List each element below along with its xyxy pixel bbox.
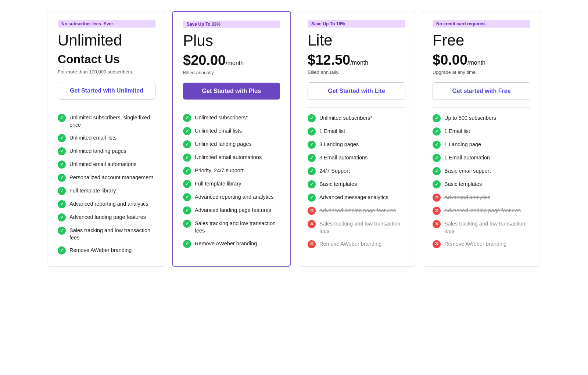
feature-text-free-6: Advanced analytics <box>444 194 490 201</box>
x-icon: ✕ <box>308 240 316 248</box>
feature-text-unlimited-2: Unlimited landing pages <box>69 147 126 155</box>
check-icon: ✓ <box>58 114 66 122</box>
feature-item-free-8: ✕Sales tracking and low transaction fees <box>433 220 530 235</box>
plan-name-lite: Lite <box>308 32 405 49</box>
check-icon: ✓ <box>433 167 441 175</box>
feature-text-lite-6: Advanced message analytics <box>319 194 388 201</box>
feature-item-lite-2: ✓3 Landing pages <box>308 141 405 149</box>
feature-item-plus-7: ✓Advanced landing page features <box>183 206 280 214</box>
feature-item-free-4: ✓Basic email support <box>433 167 530 175</box>
plan-card-unlimited: No subscriber fees. Ever.UnlimitedContac… <box>47 11 166 267</box>
x-icon: ✕ <box>433 194 441 202</box>
check-icon: ✓ <box>58 227 66 235</box>
feature-text-lite-4: 24/7 Support <box>319 167 350 174</box>
x-icon: ✕ <box>308 220 316 228</box>
plan-name-plus: Plus <box>183 32 280 49</box>
feature-item-plus-3: ✓Unlimited email automations <box>183 154 280 162</box>
feature-item-free-5: ✓Basic templates <box>433 180 530 188</box>
feature-text-plus-0: Unlimited subscribers* <box>195 114 248 121</box>
check-icon: ✓ <box>58 213 66 221</box>
feature-item-plus-2: ✓Unlimited landing pages <box>183 140 280 148</box>
feature-item-plus-9: ✓Remove AWeber branding <box>183 240 280 248</box>
feature-text-lite-7: Advanced landing page features <box>319 207 396 214</box>
check-icon: ✓ <box>433 114 441 122</box>
check-icon: ✓ <box>308 180 316 188</box>
plan-card-lite: Save Up To 16%Lite$12.50/monthBilled ann… <box>297 11 416 267</box>
check-icon: ✓ <box>308 114 316 122</box>
feature-item-unlimited-5: ✓Full template library <box>58 187 155 195</box>
check-icon: ✓ <box>183 220 191 228</box>
feature-item-unlimited-3: ✓Unlimited email automations <box>58 161 155 169</box>
feature-item-lite-5: ✓Basic templates <box>308 180 405 188</box>
x-icon: ✕ <box>433 207 441 215</box>
feature-item-lite-8: ✕Sales tracking and low transaction fees <box>308 220 405 235</box>
check-icon: ✓ <box>433 127 441 136</box>
plan-price-free: $0.00/month <box>433 53 530 68</box>
feature-text-free-4: Basic email support <box>444 167 491 174</box>
feature-item-unlimited-2: ✓Unlimited landing pages <box>58 147 155 155</box>
check-icon: ✓ <box>183 154 191 162</box>
cta-button-free[interactable]: Get started with Free <box>433 82 530 100</box>
check-icon: ✓ <box>58 187 66 195</box>
feature-text-plus-8: Sales tracking and low transaction fees <box>195 220 280 235</box>
x-icon: ✕ <box>433 240 441 248</box>
check-icon: ✓ <box>58 174 66 182</box>
x-icon: ✕ <box>308 207 316 215</box>
check-icon: ✓ <box>308 194 316 202</box>
feature-text-unlimited-4: Personalized account management <box>69 174 153 181</box>
feature-item-lite-3: ✓3 Email automations <box>308 154 405 162</box>
feature-item-lite-9: ✕Remove AWeber branding <box>308 240 405 248</box>
cta-button-plus[interactable]: Get Started with Plus <box>183 83 280 100</box>
check-icon: ✓ <box>433 141 441 149</box>
divider-plus <box>183 107 280 107</box>
plan-price-plus: $20.00/month <box>183 53 280 68</box>
divider-free <box>433 107 530 108</box>
feature-item-lite-4: ✓24/7 Support <box>308 167 405 175</box>
check-icon: ✓ <box>58 161 66 169</box>
feature-text-unlimited-7: Advanced landing page features <box>69 213 146 221</box>
feature-item-free-9: ✕Remove AWeber branding <box>433 240 530 248</box>
feature-text-free-1: 1 Email list <box>444 127 470 135</box>
check-icon: ✓ <box>308 141 316 149</box>
check-icon: ✓ <box>433 154 441 162</box>
feature-item-lite-0: ✓Unlimited subscribers* <box>308 114 405 122</box>
feature-text-free-5: Basic templates <box>444 180 482 188</box>
feature-text-unlimited-5: Full template library <box>69 187 116 194</box>
feature-item-free-0: ✓Up to 500 subscribers <box>433 114 530 122</box>
feature-list-free: ✓Up to 500 subscribers✓1 Email list✓1 La… <box>433 114 530 248</box>
badge-plus: Save Up To 33% <box>183 21 280 28</box>
feature-text-unlimited-0: Unlimited subscribers, single fixed pric… <box>69 114 155 129</box>
feature-text-plus-6: Advanced reporting and analytics <box>195 193 273 201</box>
check-icon: ✓ <box>183 180 191 188</box>
feature-text-unlimited-9: Remove AWeber branding <box>69 246 132 254</box>
check-icon: ✓ <box>183 193 191 201</box>
cta-button-unlimited[interactable]: Get Started with Unlimited <box>58 82 155 100</box>
feature-item-plus-0: ✓Unlimited subscribers* <box>183 114 280 122</box>
feature-text-lite-5: Basic templates <box>319 180 357 188</box>
feature-item-plus-4: ✓Priority, 24/7 support <box>183 167 280 175</box>
feature-text-free-2: 1 Landing page <box>444 141 481 148</box>
plan-billing-unlimited: For more than 100,000 subscribers. <box>58 69 155 75</box>
check-icon: ✓ <box>308 154 316 162</box>
check-icon: ✓ <box>58 134 66 142</box>
feature-item-lite-7: ✕Advanced landing page features <box>308 207 405 215</box>
feature-list-plus: ✓Unlimited subscribers*✓Unlimited email … <box>183 114 280 248</box>
feature-text-lite-0: Unlimited subscribers* <box>319 114 372 122</box>
feature-text-unlimited-8: Sales tracking and low transaction fees <box>69 227 155 242</box>
x-icon: ✕ <box>433 220 441 228</box>
divider-lite <box>308 107 405 108</box>
badge-free: No credit card required. <box>433 20 530 28</box>
check-icon: ✓ <box>58 200 66 208</box>
feature-item-free-1: ✓1 Email list <box>433 127 530 136</box>
feature-item-unlimited-4: ✓Personalized account management <box>58 174 155 182</box>
badge-unlimited: No subscriber fees. Ever. <box>58 20 155 28</box>
feature-item-unlimited-1: ✓Unlimited email lists <box>58 134 155 142</box>
plan-price-lite: $12.50/month <box>308 53 405 68</box>
cta-button-lite[interactable]: Get Started with Lite <box>308 82 405 100</box>
feature-list-unlimited: ✓Unlimited subscribers, single fixed pri… <box>58 114 155 255</box>
feature-item-lite-1: ✓1 Email list <box>308 127 405 136</box>
feature-text-plus-1: Unlimited email lists <box>195 127 242 134</box>
feature-text-unlimited-1: Unlimited email lists <box>69 134 116 141</box>
feature-list-lite: ✓Unlimited subscribers*✓1 Email list✓3 L… <box>308 114 405 248</box>
check-icon: ✓ <box>183 127 191 135</box>
